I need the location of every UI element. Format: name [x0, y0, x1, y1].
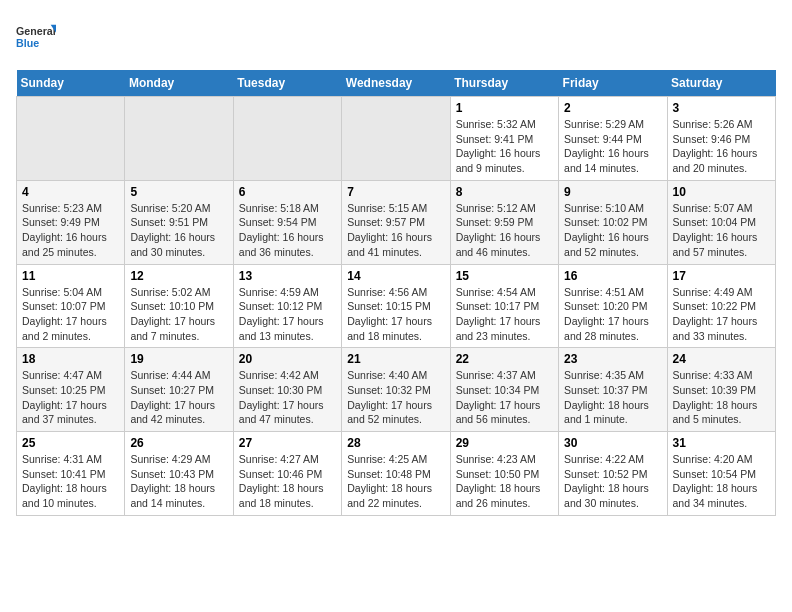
- calendar-cell: 25Sunrise: 4:31 AM Sunset: 10:41 PM Dayl…: [17, 432, 125, 516]
- day-info: Sunrise: 5:10 AM Sunset: 10:02 PM Daylig…: [564, 201, 661, 260]
- calendar-cell: [125, 97, 233, 181]
- weekday-header-friday: Friday: [559, 70, 667, 97]
- day-info: Sunrise: 4:31 AM Sunset: 10:41 PM Daylig…: [22, 452, 119, 511]
- day-number: 16: [564, 269, 661, 283]
- day-info: Sunrise: 5:29 AM Sunset: 9:44 PM Dayligh…: [564, 117, 661, 176]
- day-number: 31: [673, 436, 770, 450]
- day-info: Sunrise: 4:22 AM Sunset: 10:52 PM Daylig…: [564, 452, 661, 511]
- calendar-cell: 7Sunrise: 5:15 AM Sunset: 9:57 PM Daylig…: [342, 180, 450, 264]
- calendar-cell: 16Sunrise: 4:51 AM Sunset: 10:20 PM Dayl…: [559, 264, 667, 348]
- day-info: Sunrise: 5:18 AM Sunset: 9:54 PM Dayligh…: [239, 201, 336, 260]
- svg-text:General: General: [16, 25, 56, 37]
- day-number: 6: [239, 185, 336, 199]
- day-number: 4: [22, 185, 119, 199]
- day-info: Sunrise: 5:15 AM Sunset: 9:57 PM Dayligh…: [347, 201, 444, 260]
- day-number: 14: [347, 269, 444, 283]
- day-info: Sunrise: 5:07 AM Sunset: 10:04 PM Daylig…: [673, 201, 770, 260]
- calendar-cell: 26Sunrise: 4:29 AM Sunset: 10:43 PM Dayl…: [125, 432, 233, 516]
- calendar-cell: [342, 97, 450, 181]
- day-info: Sunrise: 4:40 AM Sunset: 10:32 PM Daylig…: [347, 368, 444, 427]
- day-info: Sunrise: 5:12 AM Sunset: 9:59 PM Dayligh…: [456, 201, 553, 260]
- day-info: Sunrise: 5:26 AM Sunset: 9:46 PM Dayligh…: [673, 117, 770, 176]
- day-info: Sunrise: 4:47 AM Sunset: 10:25 PM Daylig…: [22, 368, 119, 427]
- calendar-cell: 24Sunrise: 4:33 AM Sunset: 10:39 PM Dayl…: [667, 348, 775, 432]
- calendar-cell: 13Sunrise: 4:59 AM Sunset: 10:12 PM Dayl…: [233, 264, 341, 348]
- weekday-header-sunday: Sunday: [17, 70, 125, 97]
- calendar-cell: 12Sunrise: 5:02 AM Sunset: 10:10 PM Dayl…: [125, 264, 233, 348]
- day-number: 10: [673, 185, 770, 199]
- day-number: 12: [130, 269, 227, 283]
- day-info: Sunrise: 5:20 AM Sunset: 9:51 PM Dayligh…: [130, 201, 227, 260]
- day-number: 8: [456, 185, 553, 199]
- svg-text:Blue: Blue: [16, 37, 39, 49]
- calendar-cell: 22Sunrise: 4:37 AM Sunset: 10:34 PM Dayl…: [450, 348, 558, 432]
- day-number: 25: [22, 436, 119, 450]
- day-number: 2: [564, 101, 661, 115]
- weekday-header-monday: Monday: [125, 70, 233, 97]
- day-number: 11: [22, 269, 119, 283]
- calendar-cell: 28Sunrise: 4:25 AM Sunset: 10:48 PM Dayl…: [342, 432, 450, 516]
- calendar-cell: 6Sunrise: 5:18 AM Sunset: 9:54 PM Daylig…: [233, 180, 341, 264]
- day-number: 20: [239, 352, 336, 366]
- week-row-4: 18Sunrise: 4:47 AM Sunset: 10:25 PM Dayl…: [17, 348, 776, 432]
- calendar-cell: 21Sunrise: 4:40 AM Sunset: 10:32 PM Dayl…: [342, 348, 450, 432]
- calendar-cell: 8Sunrise: 5:12 AM Sunset: 9:59 PM Daylig…: [450, 180, 558, 264]
- calendar-cell: 4Sunrise: 5:23 AM Sunset: 9:49 PM Daylig…: [17, 180, 125, 264]
- day-number: 18: [22, 352, 119, 366]
- day-number: 28: [347, 436, 444, 450]
- calendar-cell: 3Sunrise: 5:26 AM Sunset: 9:46 PM Daylig…: [667, 97, 775, 181]
- week-row-2: 4Sunrise: 5:23 AM Sunset: 9:49 PM Daylig…: [17, 180, 776, 264]
- calendar-cell: 29Sunrise: 4:23 AM Sunset: 10:50 PM Dayl…: [450, 432, 558, 516]
- day-info: Sunrise: 4:23 AM Sunset: 10:50 PM Daylig…: [456, 452, 553, 511]
- day-info: Sunrise: 4:29 AM Sunset: 10:43 PM Daylig…: [130, 452, 227, 511]
- calendar-cell: 18Sunrise: 4:47 AM Sunset: 10:25 PM Dayl…: [17, 348, 125, 432]
- day-number: 23: [564, 352, 661, 366]
- day-info: Sunrise: 4:33 AM Sunset: 10:39 PM Daylig…: [673, 368, 770, 427]
- calendar-cell: [17, 97, 125, 181]
- day-info: Sunrise: 4:54 AM Sunset: 10:17 PM Daylig…: [456, 285, 553, 344]
- page-header: General Blue: [16, 16, 776, 60]
- day-number: 22: [456, 352, 553, 366]
- day-info: Sunrise: 5:32 AM Sunset: 9:41 PM Dayligh…: [456, 117, 553, 176]
- day-info: Sunrise: 5:23 AM Sunset: 9:49 PM Dayligh…: [22, 201, 119, 260]
- day-info: Sunrise: 4:51 AM Sunset: 10:20 PM Daylig…: [564, 285, 661, 344]
- weekday-header-thursday: Thursday: [450, 70, 558, 97]
- day-number: 29: [456, 436, 553, 450]
- week-row-3: 11Sunrise: 5:04 AM Sunset: 10:07 PM Dayl…: [17, 264, 776, 348]
- calendar-cell: 20Sunrise: 4:42 AM Sunset: 10:30 PM Dayl…: [233, 348, 341, 432]
- calendar-cell: 9Sunrise: 5:10 AM Sunset: 10:02 PM Dayli…: [559, 180, 667, 264]
- week-row-5: 25Sunrise: 4:31 AM Sunset: 10:41 PM Dayl…: [17, 432, 776, 516]
- day-info: Sunrise: 4:44 AM Sunset: 10:27 PM Daylig…: [130, 368, 227, 427]
- calendar-cell: [233, 97, 341, 181]
- day-info: Sunrise: 4:59 AM Sunset: 10:12 PM Daylig…: [239, 285, 336, 344]
- day-number: 17: [673, 269, 770, 283]
- day-number: 24: [673, 352, 770, 366]
- calendar-cell: 2Sunrise: 5:29 AM Sunset: 9:44 PM Daylig…: [559, 97, 667, 181]
- weekday-header-saturday: Saturday: [667, 70, 775, 97]
- day-number: 21: [347, 352, 444, 366]
- day-info: Sunrise: 4:56 AM Sunset: 10:15 PM Daylig…: [347, 285, 444, 344]
- calendar-cell: 23Sunrise: 4:35 AM Sunset: 10:37 PM Dayl…: [559, 348, 667, 432]
- week-row-1: 1Sunrise: 5:32 AM Sunset: 9:41 PM Daylig…: [17, 97, 776, 181]
- day-info: Sunrise: 4:42 AM Sunset: 10:30 PM Daylig…: [239, 368, 336, 427]
- calendar-cell: 14Sunrise: 4:56 AM Sunset: 10:15 PM Dayl…: [342, 264, 450, 348]
- day-number: 26: [130, 436, 227, 450]
- calendar-cell: 27Sunrise: 4:27 AM Sunset: 10:46 PM Dayl…: [233, 432, 341, 516]
- day-info: Sunrise: 4:49 AM Sunset: 10:22 PM Daylig…: [673, 285, 770, 344]
- weekday-header-wednesday: Wednesday: [342, 70, 450, 97]
- day-number: 3: [673, 101, 770, 115]
- day-number: 30: [564, 436, 661, 450]
- calendar-cell: 11Sunrise: 5:04 AM Sunset: 10:07 PM Dayl…: [17, 264, 125, 348]
- day-info: Sunrise: 4:20 AM Sunset: 10:54 PM Daylig…: [673, 452, 770, 511]
- calendar-cell: 10Sunrise: 5:07 AM Sunset: 10:04 PM Dayl…: [667, 180, 775, 264]
- calendar-cell: 30Sunrise: 4:22 AM Sunset: 10:52 PM Dayl…: [559, 432, 667, 516]
- day-number: 7: [347, 185, 444, 199]
- day-info: Sunrise: 5:02 AM Sunset: 10:10 PM Daylig…: [130, 285, 227, 344]
- calendar-cell: 15Sunrise: 4:54 AM Sunset: 10:17 PM Dayl…: [450, 264, 558, 348]
- day-number: 13: [239, 269, 336, 283]
- day-info: Sunrise: 4:35 AM Sunset: 10:37 PM Daylig…: [564, 368, 661, 427]
- day-number: 5: [130, 185, 227, 199]
- logo: General Blue: [16, 16, 56, 60]
- calendar-cell: 17Sunrise: 4:49 AM Sunset: 10:22 PM Dayl…: [667, 264, 775, 348]
- calendar-table: SundayMondayTuesdayWednesdayThursdayFrid…: [16, 70, 776, 516]
